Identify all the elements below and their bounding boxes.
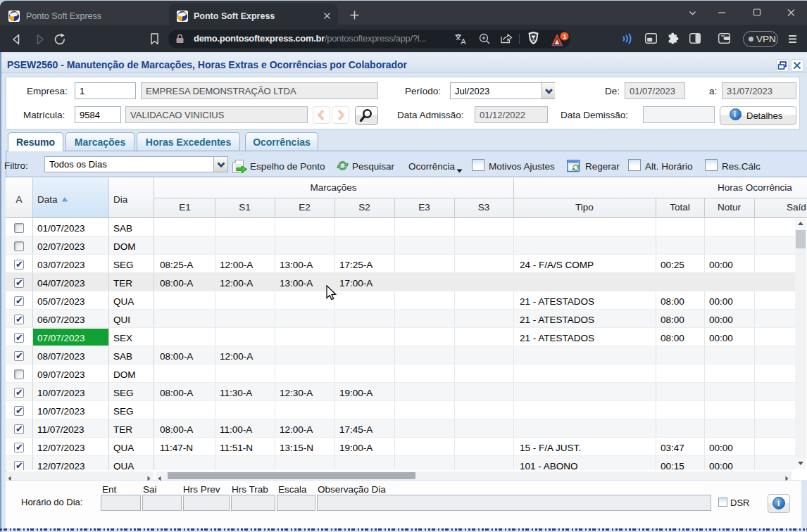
svg-text:A: A	[461, 37, 466, 46]
svg-text:1: 1	[563, 33, 567, 40]
